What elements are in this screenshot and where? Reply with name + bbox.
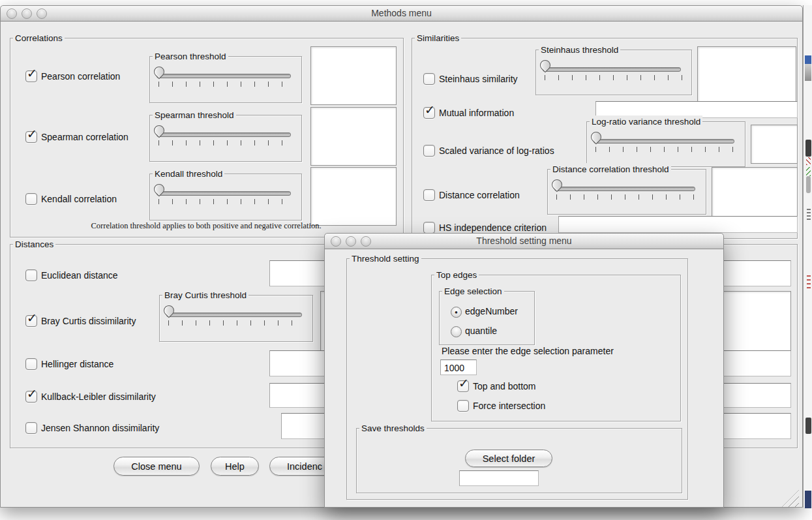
- slider-ticks: [545, 75, 682, 80]
- hs-independence-checkbox[interactable]: [423, 222, 435, 234]
- edge-number-radio[interactable]: ●: [451, 307, 462, 318]
- window-title: Methods menu: [1, 8, 802, 18]
- slider-ticks: [158, 140, 292, 145]
- sliver-dark-thumb: [805, 140, 811, 157]
- sliver-red-marks: [807, 275, 811, 288]
- top-and-bottom-checkbox[interactable]: ✓: [457, 380, 469, 392]
- spearman-correlation-label: Spearman correlation: [41, 132, 128, 142]
- euclidean-distance-label: Euclidean distance: [41, 270, 118, 281]
- radio-dot-icon: ●: [451, 307, 461, 317]
- quantile-radio[interactable]: [451, 326, 462, 337]
- distance-correlation-threshold-title: Distance correlation threshold: [550, 163, 671, 176]
- jensen-shannon-checkbox[interactable]: [25, 422, 37, 434]
- threshold-setting-group-title: Threshold setting: [350, 252, 421, 265]
- pearson-correlation-checkbox[interactable]: ✓: [25, 70, 37, 82]
- correlation-note: Correlation threshold applies to both po…: [63, 221, 350, 231]
- kendall-correlation-label: Kendall correlation: [41, 194, 117, 204]
- edge-parameter-label: Please enter the edge selection paramete…: [442, 346, 614, 356]
- slider-ticks: [158, 82, 292, 87]
- hellinger-distance-checkbox[interactable]: [25, 358, 37, 370]
- mutual-information-checkbox[interactable]: ✓: [423, 107, 435, 119]
- folder-path-field[interactable]: [459, 470, 539, 486]
- distance-correlation-threshold-group: Distance correlation threshold: [547, 169, 706, 215]
- kendall-threshold-slider-track[interactable]: [157, 191, 291, 196]
- kullback-leibler-label: Kullback-Leibler dissimilarity: [41, 391, 156, 402]
- spearman-settings-textarea[interactable]: [310, 107, 397, 166]
- select-folder-button[interactable]: Select folder: [465, 450, 552, 467]
- top-edges-group-title: Top edges: [434, 269, 479, 281]
- resize-grip[interactable]: [782, 490, 799, 507]
- log-ratio-threshold-slider-track[interactable]: [594, 139, 734, 144]
- steinhaus-similarity-label: Steinhaus similarity: [439, 74, 518, 84]
- spearman-threshold-slider-track[interactable]: [157, 132, 291, 137]
- hellinger-distance-label: Hellinger distance: [41, 359, 113, 369]
- euclidean-distance-checkbox[interactable]: [25, 269, 37, 281]
- sliver-red-mark: [806, 157, 811, 165]
- background-window-sliver: [803, 5, 812, 508]
- kendall-threshold-title: Kendall threshold: [153, 168, 224, 180]
- window-title: Threshold setting menu: [325, 236, 723, 246]
- bray-curtis-slider-track[interactable]: [166, 313, 302, 317]
- help-button[interactable]: Help: [211, 457, 259, 476]
- jensen-shannon-label: Jensen Shannon dissimilarity: [41, 423, 159, 433]
- sliver-gray-capsule: [806, 176, 811, 193]
- steinhaus-threshold-slider-track[interactable]: [543, 67, 681, 72]
- bray-curtis-checkbox[interactable]: ✓: [25, 315, 37, 327]
- spearman-correlation-checkbox[interactable]: ✓: [25, 131, 37, 143]
- pearson-threshold-group: Pearson threshold: [149, 56, 302, 103]
- similarities-group-title: Similarities: [415, 32, 461, 44]
- hs-independence-label: HS independence criterion: [439, 222, 547, 233]
- edge-parameter-input[interactable]: 1000: [440, 359, 477, 375]
- bray-curtis-threshold-title: Bray Curtis threshold: [162, 289, 248, 301]
- sliver-green-mark: [806, 167, 811, 176]
- distance-correlation-checkbox[interactable]: [423, 189, 435, 201]
- edge-selection-group: Edge selection: [439, 291, 535, 345]
- sliver-scrollbar: [805, 64, 811, 81]
- log-ratio-variance-threshold-group: Log-ratio variance threshold: [586, 121, 745, 167]
- close-menu-button[interactable]: Close menu: [113, 457, 200, 476]
- quantile-radio-label: quantile: [465, 326, 497, 336]
- bray-curtis-threshold-group: Bray Curtis threshold: [159, 295, 313, 342]
- force-intersection-checkbox[interactable]: [457, 400, 469, 412]
- kendall-settings-textarea[interactable]: [310, 167, 397, 226]
- steinhaus-similarity-checkbox[interactable]: [423, 73, 435, 85]
- scaled-variance-label: Scaled variance of log-ratios: [439, 145, 554, 156]
- steinhaus-settings-textarea[interactable]: [697, 46, 796, 102]
- threshold-setting-window: Threshold setting menu Threshold setting…: [324, 233, 724, 508]
- hs-independence-field[interactable]: [558, 216, 798, 233]
- edge-selection-group-title: Edge selection: [442, 285, 504, 298]
- pearson-settings-textarea[interactable]: [310, 46, 397, 105]
- bray-curtis-label: Bray Curtis dissimilarity: [41, 316, 136, 326]
- methods-menu-titlebar[interactable]: Methods menu: [1, 6, 802, 22]
- top-and-bottom-label: Top and bottom: [473, 381, 536, 391]
- pearson-correlation-label: Pearson correlation: [41, 71, 120, 82]
- steinhaus-threshold-title: Steinhaus threshold: [539, 44, 620, 56]
- distances-group-title: Distances: [13, 238, 55, 251]
- save-thresholds-group-title: Save thresholds: [359, 422, 427, 435]
- force-intersection-label: Force intersection: [473, 401, 545, 411]
- spearman-threshold-title: Spearman threshold: [153, 109, 236, 121]
- distance-correlation-slider-track[interactable]: [554, 187, 695, 191]
- sliver-dark-thumb: [805, 418, 811, 434]
- sliver-gray-marks: [807, 209, 811, 221]
- kendall-threshold-group: Kendall threshold: [149, 174, 302, 221]
- spearman-threshold-group: Spearman threshold: [149, 115, 302, 162]
- slider-ticks: [168, 320, 303, 326]
- sliver-blue-mark: [805, 55, 811, 64]
- log-ratio-settings-textarea[interactable]: [751, 125, 798, 164]
- kullback-leibler-checkbox[interactable]: ✓: [25, 391, 37, 403]
- distance-correlation-settings-textarea[interactable]: [712, 167, 798, 221]
- edge-number-radio-label: edgeNumber: [465, 306, 518, 316]
- screen: Methods menu Correlations ✓ Pearson corr…: [0, 0, 812, 520]
- mutual-information-label: Mutual information: [439, 108, 514, 118]
- steinhaus-threshold-group: Steinhaus threshold: [535, 50, 692, 95]
- scaled-variance-checkbox[interactable]: [423, 145, 435, 157]
- pearson-threshold-slider-track[interactable]: [157, 74, 291, 78]
- correlations-group-title: Correlations: [13, 32, 65, 44]
- slider-ticks: [556, 194, 697, 200]
- distance-correlation-label: Distance correlation: [439, 190, 520, 200]
- pearson-threshold-title: Pearson threshold: [153, 50, 228, 63]
- kendall-correlation-checkbox[interactable]: [25, 193, 37, 205]
- threshold-setting-titlebar[interactable]: Threshold setting menu: [325, 234, 723, 249]
- slider-ticks: [595, 147, 736, 152]
